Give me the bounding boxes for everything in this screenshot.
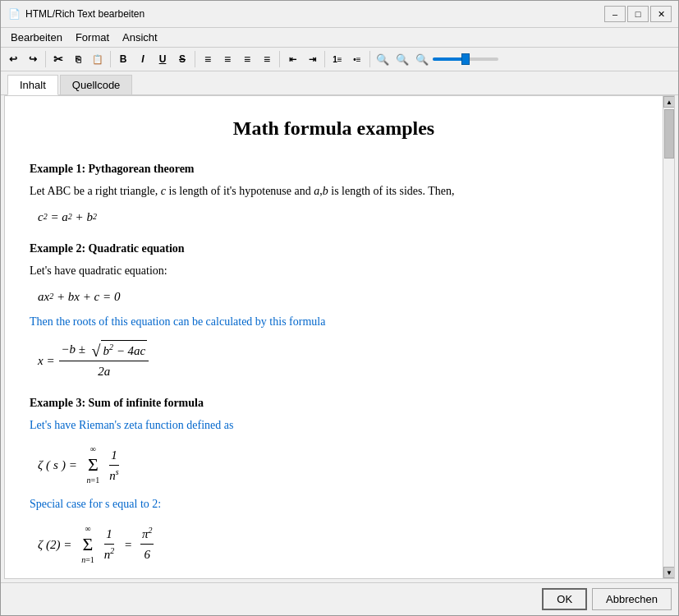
- example2-blue-text: Then the roots of this equation can be c…: [30, 313, 638, 331]
- menu-format[interactable]: Format: [69, 30, 116, 45]
- align-right-button[interactable]: ≡: [238, 50, 256, 68]
- zoom-slider[interactable]: [433, 57, 498, 61]
- section-example2: Example 2: Quadratic equation Let's have…: [30, 240, 638, 381]
- sum-sub-1: n=1: [87, 474, 100, 487]
- italic-button[interactable]: I: [134, 50, 152, 68]
- ok-button[interactable]: OK: [542, 588, 587, 610]
- numbered-list-button[interactable]: 1≡: [328, 50, 346, 68]
- sqrt-symbol: √: [91, 342, 100, 359]
- example3-blue-special: Special case for s equal to 2:: [30, 495, 638, 513]
- sum-symbol-1: ∞ Σ n=1: [87, 443, 100, 487]
- menubar: Bearbeiten Format Ansicht: [1, 28, 678, 48]
- redo-button[interactable]: ↪: [24, 50, 42, 68]
- indent-less-button[interactable]: ⇤: [283, 50, 301, 68]
- tab-bar: Inhalt Quellcode: [1, 71, 678, 95]
- zeta-numer-2: 1: [104, 524, 114, 545]
- tab-quellcode[interactable]: Quellcode: [60, 75, 133, 94]
- scrollbar: ▲ ▼: [663, 96, 674, 578]
- content-area: Math formula examples Example 1: Pythago…: [4, 95, 675, 579]
- zeta-denom-1: ns: [108, 466, 120, 485]
- separator-5: [324, 51, 325, 67]
- zoom-reset-button[interactable]: 🔍: [393, 50, 411, 68]
- zeta-fraction-1: 1 ns: [108, 445, 120, 485]
- example2-heading: Example 2: Quadratic equation: [30, 240, 638, 258]
- separator-1: [45, 51, 46, 67]
- copy-button[interactable]: ⎘: [69, 50, 87, 68]
- separator-4: [279, 51, 280, 67]
- window-controls: – □ ✕: [604, 6, 672, 22]
- scrollbar-track[interactable]: [663, 108, 674, 567]
- title-bar: 📄 HTML/Rich Text bearbeiten – □ ✕: [1, 1, 678, 28]
- toolbar: ↩ ↪ ✂ ⎘ 📋 B I U S ≡ ≡ ≡ ≡ ⇤ ⇥ 1≡ •≡ 🔍 🔍 …: [1, 48, 678, 71]
- example1-heading: Example 1: Pythagorean theorem: [30, 160, 638, 178]
- section-example1: Example 1: Pythagorean theorem Let ABC b…: [30, 160, 638, 227]
- separator-6: [369, 51, 370, 67]
- example3-formula1: ζ(s) = ∞ Σ n=1 1 ns: [38, 443, 638, 487]
- bullet-list-button[interactable]: •≡: [348, 50, 366, 68]
- sum-symbol-2: ∞ Σ n=1: [81, 522, 94, 567]
- example1-formula: c2 = a2 + b2: [38, 207, 638, 227]
- zoom-slider-container: [433, 57, 498, 61]
- cut-button[interactable]: ✂: [49, 50, 67, 68]
- window-title: HTML/Rich Text bearbeiten: [25, 8, 145, 20]
- sum-sigma-1: Σ: [88, 456, 99, 474]
- sum-sub-2: n=1: [81, 554, 94, 567]
- indent-more-button[interactable]: ⇥: [303, 50, 321, 68]
- sqrt-content: b2 − 4ac: [101, 340, 147, 361]
- paste-button[interactable]: 📋: [89, 50, 107, 68]
- zeta-numer-1: 1: [109, 445, 119, 466]
- window-icon: 📄: [7, 7, 21, 21]
- section-example3: Example 3: Sum of infinite formula Let's…: [30, 394, 638, 566]
- example2-formula1: ax2 + bx + c = 0: [38, 287, 638, 306]
- pi-numer: π2: [140, 524, 154, 545]
- zoom-in-button[interactable]: 🔍: [413, 50, 431, 68]
- quadratic-numerator: −b ± √ b2 − 4ac: [59, 339, 149, 361]
- align-left-button[interactable]: ≡: [199, 50, 217, 68]
- zeta-fraction-2: 1 n2: [103, 524, 117, 564]
- quadratic-denominator: 2a: [96, 361, 112, 381]
- sqrt-expression: √ b2 − 4ac: [91, 340, 147, 361]
- separator-2: [110, 51, 111, 67]
- scrollbar-thumb[interactable]: [664, 109, 674, 159]
- example2-description: Let's have quadratic equation:: [30, 262, 638, 280]
- example1-description: Let ABC be a right triangle, c is length…: [30, 182, 638, 200]
- close-button[interactable]: ✕: [650, 6, 672, 22]
- bold-button[interactable]: B: [114, 50, 132, 68]
- zoom-out-button[interactable]: 🔍: [374, 50, 392, 68]
- pi-denom: 6: [142, 545, 152, 564]
- undo-button[interactable]: ↩: [4, 50, 22, 68]
- pi-fraction: π2 6: [140, 524, 154, 564]
- align-center-button[interactable]: ≡: [218, 50, 236, 68]
- menu-bearbeiten[interactable]: Bearbeiten: [4, 30, 69, 45]
- zeta-denom-2: n2: [103, 545, 117, 564]
- sum-sigma-2: Σ: [83, 536, 94, 554]
- example3-heading: Example 3: Sum of infinite formula: [30, 394, 638, 412]
- example2-formula2: x = −b ± √ b2 − 4ac 2a: [38, 339, 638, 381]
- zoom-slider-thumb[interactable]: [461, 53, 470, 65]
- main-window: 📄 HTML/Rich Text bearbeiten – □ ✕ Bearbe…: [0, 0, 679, 616]
- example3-blue-description: Let's have Rieman's zeta function define…: [30, 416, 638, 434]
- align-justify-button[interactable]: ≡: [258, 50, 276, 68]
- example3-formula2: ζ(2) = ∞ Σ n=1 1 n2 = π2 6: [38, 522, 638, 567]
- scrollbar-down-button[interactable]: ▼: [663, 567, 675, 578]
- page-title: Math formula examples: [30, 113, 638, 144]
- cancel-button[interactable]: Abbrechen: [592, 588, 672, 610]
- tab-inhalt[interactable]: Inhalt: [7, 75, 58, 95]
- separator-3: [195, 51, 195, 67]
- scrollbar-up-button[interactable]: ▲: [663, 96, 675, 108]
- maximize-button[interactable]: □: [627, 6, 649, 22]
- footer: OK Abbrechen: [1, 582, 678, 615]
- minimize-button[interactable]: –: [604, 6, 626, 22]
- title-bar-left: 📄 HTML/Rich Text bearbeiten: [7, 7, 145, 21]
- menu-ansicht[interactable]: Ansicht: [116, 30, 164, 45]
- strikethrough-button[interactable]: S: [173, 50, 191, 68]
- underline-button[interactable]: U: [154, 50, 172, 68]
- editor[interactable]: Math formula examples Example 1: Pythago…: [5, 96, 663, 578]
